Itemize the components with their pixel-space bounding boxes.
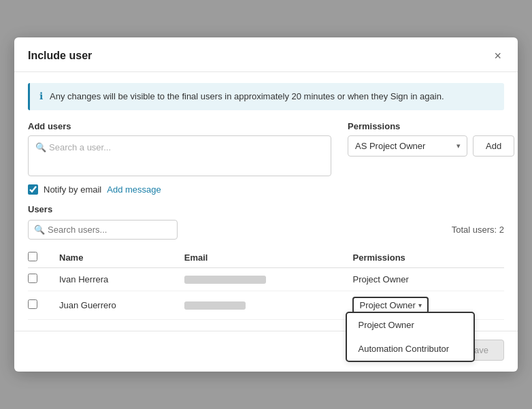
col-email: Email [178, 248, 346, 268]
col-checkbox [28, 248, 52, 268]
users-search-row: 🔍 Total users: 2 [28, 220, 504, 240]
table-row: Juan Guerrero Project Owner ▾ [28, 291, 504, 319]
modal-title: Include user [28, 50, 92, 62]
users-table: Name Email Permissions Ivan Herrera [28, 248, 504, 320]
permissions-select-wrap: AS Project Owner Project Owner Automatio… [348, 135, 467, 157]
notify-email-checkbox[interactable] [28, 184, 38, 195]
modal-overlay: Include user × ℹ Any changes will be vis… [0, 0, 532, 409]
add-users-input-area[interactable]: 🔍 Search a user... [28, 135, 331, 176]
row-1-name: Ivan Herrera [52, 267, 178, 291]
users-section: Users 🔍 Total users: 2 [28, 204, 504, 320]
row-1-checkbox[interactable] [28, 274, 37, 283]
add-users-label: Add users [28, 121, 331, 131]
row-2-checkbox[interactable] [28, 299, 37, 309]
permissions-select[interactable]: AS Project Owner Project Owner Automatio… [348, 135, 467, 157]
table-row: Ivan Herrera Project Owner [28, 267, 504, 291]
row-2-permissions: Project Owner ▾ Project Owner Automation… [346, 291, 504, 319]
search-icon: 🔍 [35, 142, 46, 152]
permissions-label: Permissions [348, 121, 504, 131]
info-icon: ℹ [39, 91, 43, 101]
table-header-row: Name Email Permissions [28, 248, 504, 268]
row-2-perm-value: Project Owner [359, 300, 415, 310]
row-1-email [178, 267, 346, 291]
users-search-wrap: 🔍 [28, 220, 178, 240]
col-permissions: Permissions [346, 248, 504, 268]
notify-email-label: Notify by email [44, 184, 101, 195]
dropdown-item-project-owner[interactable]: Project Owner [347, 313, 473, 337]
row-1-permissions: Project Owner [346, 267, 504, 291]
permissions-field: Permissions AS Project Owner Project Own… [348, 121, 504, 157]
row-2-name: Juan Guerrero [52, 291, 178, 319]
notify-row: Notify by email Add message [28, 184, 504, 195]
modal-body: ℹ Any changes will be visible to the fin… [14, 72, 518, 331]
row-1-email-blurred [184, 276, 266, 284]
row-checkbox-cell [28, 267, 52, 291]
add-button[interactable]: Add [473, 135, 514, 157]
dropdown-item-automation-contributor[interactable]: Automation Contributor [347, 337, 473, 361]
permissions-dropdown-menu: Project Owner Automation Contributor [346, 312, 475, 362]
select-all-checkbox[interactable] [28, 252, 37, 261]
row-2-email-blurred [184, 301, 246, 310]
chevron-down-icon: ▾ [418, 301, 422, 309]
users-search-input[interactable] [28, 220, 178, 240]
row-2-email [178, 291, 346, 319]
include-user-modal: Include user × ℹ Any changes will be vis… [14, 37, 518, 372]
total-users-label: Total users: 2 [452, 225, 504, 235]
add-users-permissions-row: Add users 🔍 Search a user... Permissions… [28, 121, 504, 176]
users-section-label: Users [28, 204, 504, 214]
info-banner-text: Any changes will be visible to the final… [50, 90, 444, 103]
users-search-icon: 🔍 [34, 225, 45, 235]
row-1-perm-badge: Project Owner [352, 274, 408, 284]
search-user-placeholder: Search a user... [49, 141, 111, 152]
modal-close-button[interactable]: × [491, 48, 504, 63]
add-message-link[interactable]: Add message [107, 184, 161, 195]
permissions-row: AS Project Owner Project Owner Automatio… [348, 135, 504, 157]
modal-header: Include user × [14, 37, 518, 72]
info-banner: ℹ Any changes will be visible to the fin… [28, 83, 504, 110]
add-users-field: Add users 🔍 Search a user... [28, 121, 331, 176]
row-checkbox-cell [28, 291, 52, 319]
col-name: Name [52, 248, 178, 268]
